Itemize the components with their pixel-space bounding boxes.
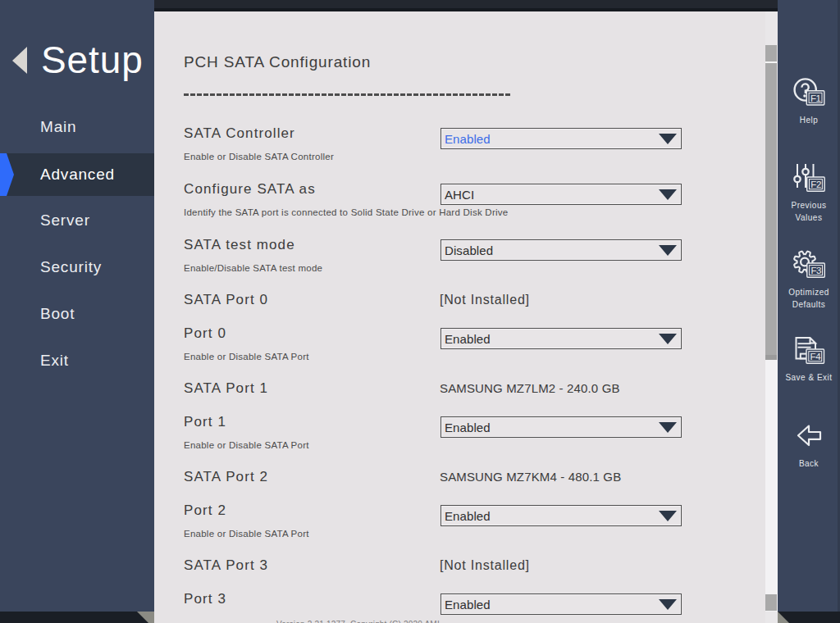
svg-text:F2: F2 xyxy=(810,180,821,189)
svg-text:F4: F4 xyxy=(810,352,822,362)
svg-text:F1: F1 xyxy=(810,93,821,103)
svg-text:F3: F3 xyxy=(810,266,821,275)
